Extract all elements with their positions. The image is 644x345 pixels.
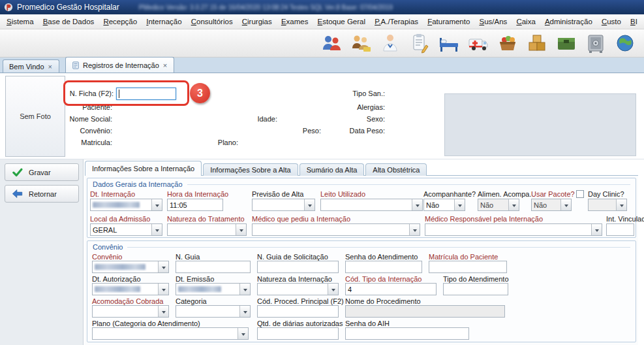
dropdown-arrow-icon[interactable] — [151, 224, 162, 235]
dropdown-arrow-icon[interactable] — [158, 284, 168, 295]
menu-caixa[interactable]: Caixa — [515, 16, 536, 27]
tab-close-icon[interactable]: × — [162, 61, 168, 69]
cod-tipo-internacao-input[interactable] — [345, 283, 437, 295]
doctor-icon[interactable] — [379, 32, 401, 54]
subtab-informacoes-internacao[interactable]: Informações Sobre a Internação — [85, 161, 202, 176]
menu-consultorios[interactable]: Consultórios — [190, 16, 234, 27]
redacted-value — [95, 264, 146, 270]
sexo-label: Sexo: — [307, 115, 385, 123]
map-icon[interactable] — [614, 32, 636, 54]
menu-sus-ans[interactable]: Sus/Ans — [478, 16, 508, 27]
usar-pacote-checkbox[interactable] — [576, 190, 584, 198]
dropdown-arrow-icon[interactable] — [236, 224, 246, 235]
dropdown-arrow-icon[interactable] — [616, 199, 626, 210]
dropdown-arrow-icon[interactable] — [151, 199, 162, 210]
group-title: Dados Gerais da Internação — [93, 180, 183, 188]
detail-subtabs: Informações Sobre a Internação Informaçõ… — [85, 161, 427, 176]
dt-autorizacao-combo[interactable] — [92, 283, 169, 295]
dropdown-arrow-icon[interactable] — [238, 328, 248, 339]
menu-internacao[interactable]: Internação — [145, 16, 183, 27]
subtab-sumario-alta[interactable]: Sumário da Alta — [299, 163, 365, 176]
gravar-button[interactable]: Gravar — [5, 163, 79, 181]
dropdown-arrow-icon[interactable] — [239, 306, 250, 317]
hora-internacao-input[interactable] — [167, 199, 223, 211]
categoria-value — [176, 306, 239, 317]
tab-bem-vindo[interactable]: Bem Vindo × — [3, 59, 59, 73]
leito-value — [321, 199, 412, 210]
day-clinic-combo[interactable] — [588, 199, 627, 211]
menu-exames[interactable]: Exames — [280, 16, 310, 27]
menu-custo[interactable]: Custo — [600, 16, 622, 27]
dropdown-arrow-icon[interactable] — [239, 284, 250, 295]
senha-atendimento-input[interactable] — [345, 261, 422, 273]
dropdown-arrow-icon[interactable] — [328, 284, 338, 295]
dados-gerais-groupbox: Dados Gerais da Internação Dt. Internaçã… — [87, 178, 636, 238]
dropdown-arrow-icon[interactable] — [304, 199, 314, 210]
nome-social-label: Nome Social: — [59, 115, 112, 123]
dropdown-arrow-icon[interactable] — [412, 199, 422, 210]
menu-faturamento[interactable]: Faturamento — [426, 16, 471, 27]
natureza-tratamento-combo[interactable] — [167, 223, 247, 236]
menu-base-de-dados[interactable]: Base de Dados — [42, 16, 96, 27]
natureza-internacao-combo[interactable] — [257, 283, 339, 295]
dropdown-arrow-icon[interactable] — [591, 224, 602, 235]
acompanhante-combo[interactable]: Não — [423, 199, 465, 211]
convenio-combo[interactable] — [92, 261, 169, 273]
ambulance-icon[interactable] — [467, 32, 489, 54]
leito-combo[interactable] — [320, 199, 423, 211]
qtd-diarias-input[interactable] — [257, 327, 339, 340]
menu-recepcao[interactable]: Recepção — [102, 16, 138, 27]
dropdown-arrow-icon[interactable] — [454, 199, 465, 210]
medico-pediu-combo[interactable] — [252, 223, 420, 236]
subtab-informacoes-alta[interactable]: Informações Sobre a Alta — [203, 163, 298, 176]
retornar-button[interactable]: Retornar — [5, 185, 79, 203]
subtab-alta-obstetrica[interactable]: Alta Obstétrica — [365, 163, 427, 176]
acomodacao-cobrada-combo[interactable] — [92, 305, 169, 318]
dropdown-arrow-icon[interactable] — [409, 224, 420, 235]
medico-responsavel-label: Médico Responsável pela Internação — [425, 215, 543, 223]
senha-aih-input[interactable] — [345, 327, 469, 340]
menu-sistema[interactable]: Sistema — [5, 16, 35, 27]
market-icon[interactable] — [497, 32, 519, 54]
tab-close-icon[interactable]: × — [48, 63, 53, 71]
n-guia-input[interactable] — [176, 261, 251, 273]
dt-emissao-combo[interactable] — [176, 283, 251, 295]
prescription-icon[interactable] — [408, 32, 431, 54]
annotation-highlight-box — [63, 80, 189, 106]
dropdown-arrow-icon[interactable] — [158, 261, 168, 272]
dropdown-arrow-icon[interactable] — [158, 306, 168, 317]
window-title: Promedico Gestão Hospitalar — [17, 3, 119, 12]
tipo-atendimento-input[interactable] — [443, 283, 508, 295]
menu-estoque-geral[interactable]: Estoque Geral — [316, 16, 367, 27]
matricula-paciente-input[interactable] — [429, 261, 507, 273]
menu-bi[interactable]: BI — [629, 16, 639, 27]
patients-icon[interactable] — [320, 32, 343, 54]
supplies-icon[interactable] — [555, 32, 577, 54]
menu-administracao[interactable]: Administração — [544, 16, 594, 27]
cod-proced-principal-input[interactable] — [257, 305, 339, 318]
stock-boxes-icon[interactable] — [526, 32, 548, 54]
plano-categoria-combo[interactable] — [92, 327, 249, 340]
tab-registros-internacao[interactable]: Registros de Internação × — [65, 57, 174, 73]
alimen-acompa-value: Não — [478, 199, 508, 210]
safe-icon[interactable] — [585, 32, 607, 54]
title-bar: Promedico Gestão Hospitalar PMedico Vers… — [0, 0, 644, 14]
photo-placeholder-label: Sem Foto — [20, 112, 51, 120]
n-guia-solicitacao-label: N. Guia de Solicitação — [257, 253, 328, 261]
alimen-acompa-combo[interactable]: Não — [478, 199, 519, 211]
n-guia-solicitacao-input[interactable] — [257, 261, 339, 273]
dt-internacao-combo[interactable] — [90, 199, 162, 211]
dropdown-arrow-icon[interactable] — [560, 199, 571, 210]
menu-pa-terapias[interactable]: P.A./Terapias — [373, 16, 420, 27]
reception-icon[interactable] — [350, 32, 372, 54]
previsao-alta-combo[interactable] — [252, 199, 315, 211]
menu-cirurgias[interactable]: Cirurgias — [241, 16, 273, 27]
categoria-combo[interactable] — [176, 305, 251, 318]
dropdown-arrow-icon[interactable] — [508, 199, 519, 210]
local-admissao-combo[interactable]: GERAL — [90, 223, 162, 236]
int-vinculada-input[interactable] — [606, 223, 634, 236]
tab-bem-vindo-label: Bem Vindo — [9, 63, 44, 71]
medico-responsavel-combo[interactable] — [425, 223, 602, 236]
usar-pacote-combo[interactable]: Não — [531, 199, 572, 211]
hospital-bed-icon[interactable] — [438, 32, 460, 54]
